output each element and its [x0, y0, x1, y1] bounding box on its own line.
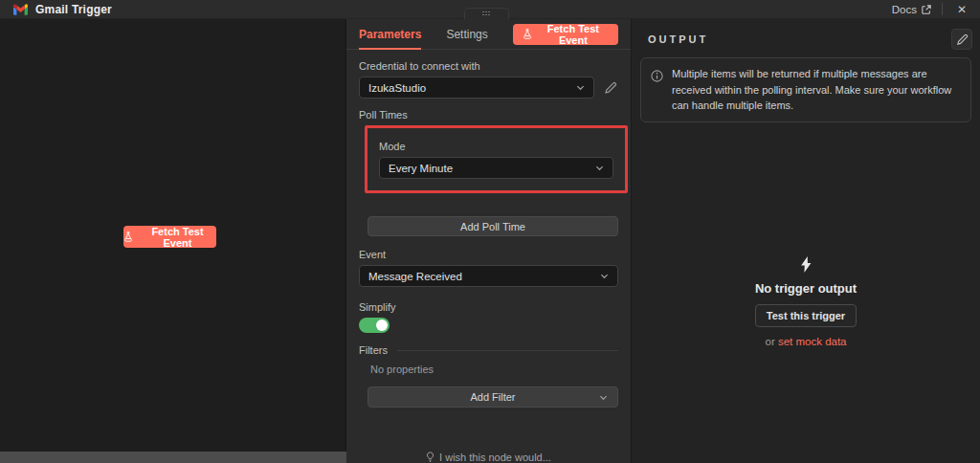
- add-filter-label: Add Filter: [470, 391, 515, 403]
- fetch-test-event-button[interactable]: Fetch Test Event: [513, 24, 618, 45]
- chevron-down-icon: [576, 83, 585, 92]
- fetch-test-event-button-canvas[interactable]: Fetch Test Event: [123, 226, 216, 248]
- credential-value: IzukaStudio: [368, 82, 576, 94]
- output-notice: Multiple items will be returned if multi…: [640, 57, 971, 122]
- external-link-icon: [922, 5, 931, 14]
- node-suggestion-link[interactable]: I wish this node would...: [346, 452, 631, 463]
- workflow-canvas: Fetch Test Event: [0, 19, 346, 463]
- test-trigger-label: Test this trigger: [767, 310, 845, 321]
- event-label: Event: [359, 249, 618, 260]
- flask-icon: [123, 232, 133, 242]
- credential-label: Credential to connect with: [359, 60, 618, 72]
- close-icon[interactable]: ✕: [953, 3, 970, 16]
- output-empty-title: No trigger output: [755, 281, 857, 296]
- add-poll-time-label: Add Poll Time: [460, 221, 525, 232]
- filters-label: Filters: [359, 344, 388, 356]
- chevron-down-icon: [599, 393, 608, 402]
- event-value: Message Received: [368, 271, 600, 282]
- output-title: OUTPUT: [648, 33, 708, 45]
- section-divider: [397, 350, 618, 351]
- credential-select[interactable]: IzukaStudio: [359, 77, 594, 99]
- grip-dots-icon: [482, 11, 491, 17]
- chevron-down-icon: [595, 164, 604, 172]
- info-icon: [651, 70, 663, 82]
- filters-empty-text: No properties: [370, 364, 618, 375]
- node-title: Gmail Trigger: [35, 3, 112, 16]
- tabs-row: Parameters Settings Fetch Test Event: [346, 19, 631, 50]
- mock-data-row: or set mock data: [765, 336, 846, 347]
- mode-value: Every Minute: [389, 163, 595, 174]
- highlight-annotation-box: Mode Every Minute: [365, 125, 628, 193]
- edit-credential-icon[interactable]: [603, 81, 618, 95]
- output-empty-state: No trigger output Test this trigger or s…: [632, 256, 980, 347]
- simplify-toggle[interactable]: [359, 318, 390, 333]
- fetch-test-event-label: Fetch Test Event: [538, 23, 609, 46]
- add-filter-button[interactable]: Add Filter: [368, 386, 618, 408]
- flask-icon: [523, 29, 532, 39]
- set-mock-data-link[interactable]: set mock data: [778, 336, 847, 347]
- mode-label: Mode: [379, 141, 613, 152]
- poll-times-label: Poll Times: [359, 109, 618, 121]
- event-select[interactable]: Message Received: [359, 265, 618, 287]
- docs-link-label: Docs: [892, 4, 917, 15]
- lightbulb-icon: [426, 452, 434, 462]
- tab-settings[interactable]: Settings: [446, 19, 487, 50]
- output-panel: OUTPUT Multiple items will be returned i…: [631, 19, 980, 463]
- tab-parameters[interactable]: Parameters: [359, 19, 421, 50]
- parameters-body: Credential to connect with IzukaStudio P…: [346, 50, 631, 408]
- mode-select[interactable]: Every Minute: [379, 157, 613, 179]
- toggle-knob: [376, 320, 388, 331]
- node-suggestion-label: I wish this node would...: [439, 452, 551, 463]
- add-poll-time-button[interactable]: Add Poll Time: [368, 216, 618, 236]
- panel-drag-handle[interactable]: [464, 8, 509, 19]
- node-settings-panel: Parameters Settings Fetch Test Event Cre…: [346, 19, 631, 463]
- chevron-down-icon: [600, 272, 609, 280]
- fetch-test-event-label: Fetch Test Event: [139, 226, 216, 249]
- docs-link[interactable]: Docs: [892, 4, 931, 15]
- header-divider: [942, 3, 943, 15]
- test-trigger-button[interactable]: Test this trigger: [755, 304, 857, 327]
- simplify-label: Simplify: [359, 301, 618, 313]
- canvas-bottom-bar: [0, 452, 346, 463]
- lightning-bolt-icon: [800, 256, 813, 273]
- edit-output-icon[interactable]: [951, 29, 972, 50]
- output-notice-text: Multiple items will be returned if multi…: [672, 66, 961, 114]
- gmail-logo-icon: [13, 4, 28, 15]
- or-text: or: [765, 336, 774, 347]
